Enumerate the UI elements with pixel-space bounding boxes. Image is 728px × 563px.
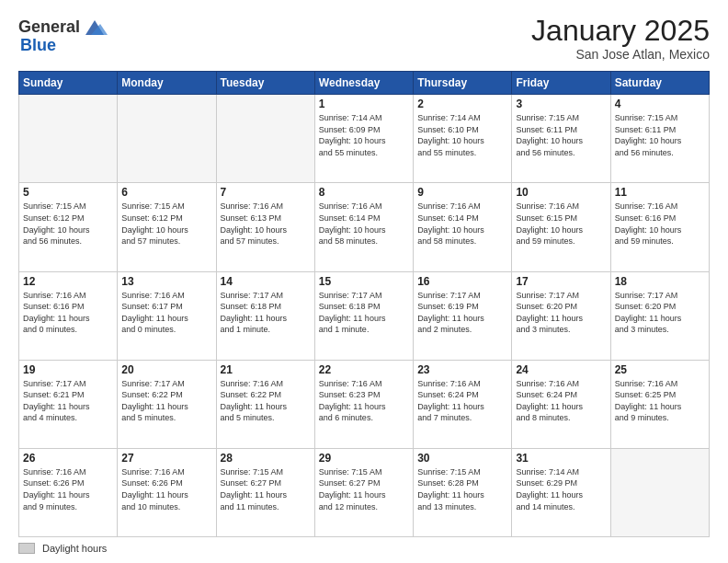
table-row: 18Sunrise: 7:17 AM Sunset: 6:20 PM Dayli… — [610, 271, 709, 360]
table-row: 9Sunrise: 7:16 AM Sunset: 6:14 PM Daylig… — [414, 183, 512, 271]
col-thursday: Thursday — [414, 72, 512, 95]
location: San Jose Atlan, Mexico — [531, 47, 710, 62]
day-number: 13 — [121, 275, 211, 288]
day-info: Sunrise: 7:15 AM Sunset: 6:11 PM Dayligh… — [615, 112, 705, 158]
day-info: Sunrise: 7:17 AM Sunset: 6:19 PM Dayligh… — [417, 290, 507, 336]
calendar-header-row: Sunday Monday Tuesday Wednesday Thursday… — [19, 72, 710, 95]
day-info: Sunrise: 7:16 AM Sunset: 6:26 PM Dayligh… — [121, 466, 211, 512]
table-row: 28Sunrise: 7:15 AM Sunset: 6:27 PM Dayli… — [216, 448, 314, 536]
table-row — [19, 95, 118, 183]
table-row: 30Sunrise: 7:15 AM Sunset: 6:28 PM Dayli… — [414, 448, 512, 536]
day-number: 24 — [516, 363, 606, 376]
day-number: 29 — [319, 452, 409, 465]
calendar-week-row: 19Sunrise: 7:17 AM Sunset: 6:21 PM Dayli… — [19, 360, 710, 448]
day-number: 3 — [516, 98, 606, 110]
col-tuesday: Tuesday — [216, 72, 314, 95]
day-info: Sunrise: 7:17 AM Sunset: 6:20 PM Dayligh… — [615, 290, 705, 336]
table-row — [610, 448, 709, 536]
day-info: Sunrise: 7:16 AM Sunset: 6:15 PM Dayligh… — [516, 201, 606, 247]
day-number: 14 — [221, 275, 311, 288]
col-monday: Monday — [118, 72, 216, 95]
title-area: January 2025 San Jose Atlan, Mexico — [531, 15, 710, 62]
table-row: 21Sunrise: 7:16 AM Sunset: 6:22 PM Dayli… — [216, 360, 314, 448]
daylight-legend-label: Daylight hours — [42, 543, 107, 554]
daylight-legend-box — [18, 543, 35, 554]
logo-icon — [82, 15, 108, 40]
col-friday: Friday — [512, 72, 610, 95]
table-row: 29Sunrise: 7:15 AM Sunset: 6:27 PM Dayli… — [314, 448, 413, 536]
day-info: Sunrise: 7:16 AM Sunset: 6:17 PM Dayligh… — [121, 290, 211, 336]
table-row: 10Sunrise: 7:16 AM Sunset: 6:15 PM Dayli… — [512, 183, 610, 271]
day-info: Sunrise: 7:16 AM Sunset: 6:22 PM Dayligh… — [221, 378, 311, 424]
day-info: Sunrise: 7:14 AM Sunset: 6:09 PM Dayligh… — [319, 112, 409, 158]
table-row: 16Sunrise: 7:17 AM Sunset: 6:19 PM Dayli… — [414, 271, 512, 360]
calendar-week-row: 26Sunrise: 7:16 AM Sunset: 6:26 PM Dayli… — [19, 448, 710, 536]
table-row: 15Sunrise: 7:17 AM Sunset: 6:18 PM Dayli… — [314, 271, 413, 360]
day-info: Sunrise: 7:16 AM Sunset: 6:14 PM Dayligh… — [319, 201, 409, 247]
day-info: Sunrise: 7:15 AM Sunset: 6:27 PM Dayligh… — [319, 466, 409, 512]
day-number: 20 — [121, 363, 211, 376]
logo: General Blue — [18, 15, 108, 55]
day-number: 6 — [121, 186, 211, 199]
table-row: 11Sunrise: 7:16 AM Sunset: 6:16 PM Dayli… — [610, 183, 709, 271]
day-info: Sunrise: 7:17 AM Sunset: 6:18 PM Dayligh… — [319, 290, 409, 336]
day-info: Sunrise: 7:15 AM Sunset: 6:11 PM Dayligh… — [516, 112, 606, 158]
day-number: 30 — [417, 452, 507, 465]
day-info: Sunrise: 7:16 AM Sunset: 6:13 PM Dayligh… — [221, 201, 311, 247]
table-row: 24Sunrise: 7:16 AM Sunset: 6:24 PM Dayli… — [512, 360, 610, 448]
day-number: 5 — [23, 186, 113, 199]
day-number: 7 — [221, 186, 311, 199]
day-number: 19 — [23, 363, 113, 376]
col-saturday: Saturday — [610, 72, 709, 95]
day-number: 10 — [516, 186, 606, 199]
day-info: Sunrise: 7:17 AM Sunset: 6:18 PM Dayligh… — [221, 290, 311, 336]
day-info: Sunrise: 7:15 AM Sunset: 6:27 PM Dayligh… — [221, 466, 311, 512]
day-number: 16 — [417, 275, 507, 288]
day-info: Sunrise: 7:16 AM Sunset: 6:14 PM Dayligh… — [417, 201, 507, 247]
table-row: 12Sunrise: 7:16 AM Sunset: 6:16 PM Dayli… — [19, 271, 118, 360]
table-row: 22Sunrise: 7:16 AM Sunset: 6:23 PM Dayli… — [314, 360, 413, 448]
day-number: 28 — [221, 452, 311, 465]
day-number: 11 — [615, 186, 705, 199]
table-row: 17Sunrise: 7:17 AM Sunset: 6:20 PM Dayli… — [512, 271, 610, 360]
day-number: 9 — [417, 186, 507, 199]
day-number: 18 — [615, 275, 705, 288]
day-number: 2 — [417, 98, 507, 110]
calendar-week-row: 12Sunrise: 7:16 AM Sunset: 6:16 PM Dayli… — [19, 271, 710, 360]
day-info: Sunrise: 7:16 AM Sunset: 6:24 PM Dayligh… — [516, 378, 606, 424]
day-number: 1 — [319, 98, 409, 110]
day-info: Sunrise: 7:15 AM Sunset: 6:12 PM Dayligh… — [23, 201, 113, 247]
day-number: 15 — [319, 275, 409, 288]
day-number: 12 — [23, 275, 113, 288]
logo-general-text: General — [18, 18, 80, 37]
day-number: 17 — [516, 275, 606, 288]
table-row: 20Sunrise: 7:17 AM Sunset: 6:22 PM Dayli… — [118, 360, 216, 448]
calendar-week-row: 5Sunrise: 7:15 AM Sunset: 6:12 PM Daylig… — [19, 183, 710, 271]
table-row: 25Sunrise: 7:16 AM Sunset: 6:25 PM Dayli… — [610, 360, 709, 448]
day-info: Sunrise: 7:17 AM Sunset: 6:21 PM Dayligh… — [23, 378, 113, 424]
table-row: 5Sunrise: 7:15 AM Sunset: 6:12 PM Daylig… — [19, 183, 118, 271]
calendar-week-row: 1Sunrise: 7:14 AM Sunset: 6:09 PM Daylig… — [19, 95, 710, 183]
table-row: 27Sunrise: 7:16 AM Sunset: 6:26 PM Dayli… — [118, 448, 216, 536]
table-row: 3Sunrise: 7:15 AM Sunset: 6:11 PM Daylig… — [512, 95, 610, 183]
table-row: 4Sunrise: 7:15 AM Sunset: 6:11 PM Daylig… — [610, 95, 709, 183]
table-row: 26Sunrise: 7:16 AM Sunset: 6:26 PM Dayli… — [19, 448, 118, 536]
footer: Daylight hours — [18, 543, 710, 554]
table-row — [118, 95, 216, 183]
day-info: Sunrise: 7:17 AM Sunset: 6:22 PM Dayligh… — [121, 378, 211, 424]
day-info: Sunrise: 7:16 AM Sunset: 6:24 PM Dayligh… — [417, 378, 507, 424]
day-info: Sunrise: 7:14 AM Sunset: 6:29 PM Dayligh… — [516, 466, 606, 512]
day-number: 25 — [615, 363, 705, 376]
table-row: 23Sunrise: 7:16 AM Sunset: 6:24 PM Dayli… — [414, 360, 512, 448]
day-info: Sunrise: 7:17 AM Sunset: 6:20 PM Dayligh… — [516, 290, 606, 336]
day-number: 26 — [23, 452, 113, 465]
logo-blue-text: Blue — [20, 37, 56, 55]
day-info: Sunrise: 7:15 AM Sunset: 6:28 PM Dayligh… — [417, 466, 507, 512]
day-info: Sunrise: 7:16 AM Sunset: 6:26 PM Dayligh… — [23, 466, 113, 512]
month-title: January 2025 — [531, 15, 710, 47]
table-row: 1Sunrise: 7:14 AM Sunset: 6:09 PM Daylig… — [314, 95, 413, 183]
day-number: 31 — [516, 452, 606, 465]
day-info: Sunrise: 7:16 AM Sunset: 6:16 PM Dayligh… — [23, 290, 113, 336]
header: General Blue January 2025 San Jose Atlan… — [18, 15, 710, 62]
day-number: 4 — [615, 98, 705, 110]
